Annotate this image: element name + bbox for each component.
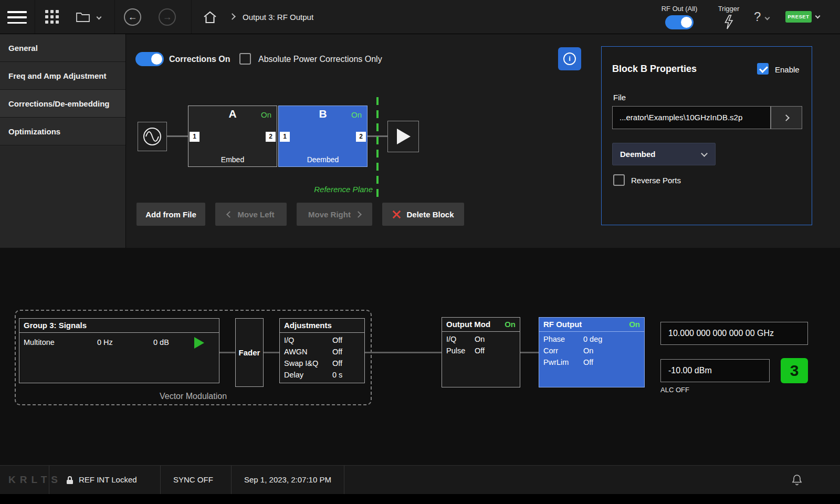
- block-status: On: [261, 110, 271, 119]
- home-icon[interactable]: [203, 10, 217, 26]
- setting-name: Delay: [284, 371, 303, 379]
- setting-value: Off: [332, 348, 342, 356]
- output-mod-block[interactable]: Output Mod On I/Q On Pulse Off: [442, 317, 520, 387]
- help-button[interactable]: ?: [752, 0, 776, 34]
- connector-line: [520, 352, 539, 353]
- connector-line: [264, 352, 279, 353]
- block-title: RF Output: [543, 318, 582, 331]
- preset-chevron-icon[interactable]: [815, 14, 821, 19]
- block-mode-label: Deembed: [279, 155, 367, 164]
- connector-line: [219, 352, 235, 353]
- toggle-knob: [151, 54, 162, 65]
- sidebar-item-optimizations[interactable]: Optimizations: [0, 118, 125, 145]
- folder-open-icon[interactable]: [76, 11, 101, 24]
- signal-chain-area: Vector Modulation Group 3: Signals Multi…: [0, 248, 840, 465]
- lightning-bolt-icon[interactable]: [723, 14, 734, 30]
- sidebar-item-general[interactable]: General: [0, 34, 125, 62]
- statusbar-separator: [231, 466, 232, 494]
- file-path-field[interactable]: ...erator\Examples\10GHzInDB.s2p: [612, 106, 771, 129]
- sidebar-item-freq-amp-adjustment[interactable]: Freq and Amp Adjustment: [0, 62, 125, 90]
- group-signals-block[interactable]: Group 3: Signals Multitone 0 Hz 0 dB: [19, 318, 219, 383]
- setting-name: I/Q: [446, 335, 456, 343]
- button-label: Move Right: [308, 210, 351, 219]
- breadcrumb-chevron-icon: [229, 13, 236, 20]
- channel-number-badge: 3: [781, 358, 808, 383]
- fader-block[interactable]: Fader: [235, 318, 264, 387]
- setting-value: 0 s: [332, 371, 342, 379]
- breadcrumb: Output 3: RF Output: [243, 0, 313, 34]
- corrections-page: Corrections On Absolute Power Correction…: [126, 34, 840, 248]
- button-label: Add from File: [145, 210, 196, 219]
- reference-plane-line: [376, 97, 379, 197]
- corrections-toggle[interactable]: [135, 52, 164, 66]
- datetime-label: Sep 1, 2023, 2:07:10 PM: [244, 466, 331, 494]
- chevron-right-icon: [355, 211, 362, 218]
- statusbar-separator: [160, 466, 161, 494]
- correction-block-a[interactable]: A On 1 2 Embed: [188, 106, 277, 167]
- amplifier-block: [387, 121, 419, 152]
- setting-row: I/Q On: [442, 335, 520, 346]
- signal-name: Multitone: [24, 338, 55, 346]
- back-button[interactable]: ←: [124, 8, 141, 26]
- setting-value: Off: [332, 336, 342, 344]
- frequency-field[interactable]: 10.000 000 000 000 00 GHz: [660, 322, 808, 345]
- setting-row: I/Q Off: [280, 336, 364, 348]
- setting-row: Corr On: [539, 346, 644, 358]
- play-icon[interactable]: [194, 337, 204, 349]
- toolbar-separator: [114, 0, 115, 34]
- folder-icon: [76, 11, 90, 23]
- apps-grid-icon[interactable]: [45, 10, 59, 24]
- status-bar: KRLTS REF INT Locked SYNC OFF Sep 1, 202…: [0, 465, 840, 494]
- port-2: 2: [266, 132, 276, 142]
- setting-value: On: [583, 346, 593, 355]
- port-1: 1: [280, 132, 290, 142]
- reference-status[interactable]: REF INT Locked: [79, 466, 137, 494]
- rf-out-toggle[interactable]: [665, 15, 694, 29]
- enable-checkbox[interactable]: [757, 63, 769, 75]
- reverse-ports-checkbox[interactable]: [613, 174, 625, 186]
- file-label: File: [613, 93, 626, 102]
- setting-value: 0 deg: [583, 335, 602, 343]
- setting-row: Delay 0 s: [280, 371, 364, 382]
- chevron-right-icon: [783, 114, 790, 121]
- setting-name: Pulse: [446, 346, 465, 355]
- amplitude-field[interactable]: -10.00 dBm: [660, 359, 770, 382]
- rf-out-label: RF Out (All): [655, 5, 704, 13]
- add-from-file-button[interactable]: Add from File: [136, 203, 205, 226]
- lock-icon: [66, 476, 74, 485]
- setting-row: PwrLim Off: [539, 358, 644, 370]
- enable-label: Enable: [775, 65, 800, 74]
- hamburger-menu-icon[interactable]: [7, 11, 27, 24]
- setting-name: Swap I&Q: [284, 359, 318, 368]
- connector-line: [167, 135, 188, 137]
- info-icon: i: [563, 52, 576, 65]
- vector-modulation-label: Vector Modulation: [16, 392, 371, 401]
- adjustments-block[interactable]: Adjustments I/Q Off AWGN Off Swap I&Q Of…: [279, 318, 365, 383]
- setting-value: Off: [583, 358, 593, 366]
- delete-block-button[interactable]: Delete Block: [382, 203, 464, 226]
- reverse-ports-label: Reverse Ports: [631, 176, 681, 185]
- correction-block-b[interactable]: B On 1 2 Deembed: [278, 106, 368, 167]
- block-mode-label: Embed: [188, 155, 277, 164]
- file-browse-button[interactable]: [771, 106, 802, 129]
- setting-row: AWGN Off: [280, 348, 364, 359]
- move-left-button[interactable]: Move Left: [215, 203, 287, 226]
- brand-logo: KRLTS: [8, 466, 62, 494]
- info-button[interactable]: i: [558, 47, 581, 70]
- statusbar-separator: [49, 466, 49, 494]
- block-status: On: [351, 110, 362, 119]
- trigger-control: Trigger: [713, 0, 744, 34]
- sync-status[interactable]: SYNC OFF: [173, 466, 213, 494]
- signal-level: 0 dB: [153, 338, 169, 346]
- mode-dropdown[interactable]: Deembed: [612, 143, 716, 165]
- move-right-button[interactable]: Move Right: [297, 203, 372, 226]
- preset-button[interactable]: PRESET: [785, 11, 812, 23]
- notifications-bell-icon[interactable]: [792, 474, 802, 486]
- absolute-power-checkbox[interactable]: [239, 53, 251, 65]
- block-title: Group 3: Signals: [24, 319, 87, 332]
- chevron-down-icon: [701, 150, 708, 157]
- sidebar-item-corrections-deembedding[interactable]: Corrections/De-embedding: [0, 90, 125, 118]
- forward-button[interactable]: →: [159, 8, 176, 26]
- absolute-power-label: Absolute Power Corrections Only: [258, 55, 382, 64]
- rf-output-block[interactable]: RF Output On Phase 0 deg Corr On PwrLim …: [539, 317, 645, 387]
